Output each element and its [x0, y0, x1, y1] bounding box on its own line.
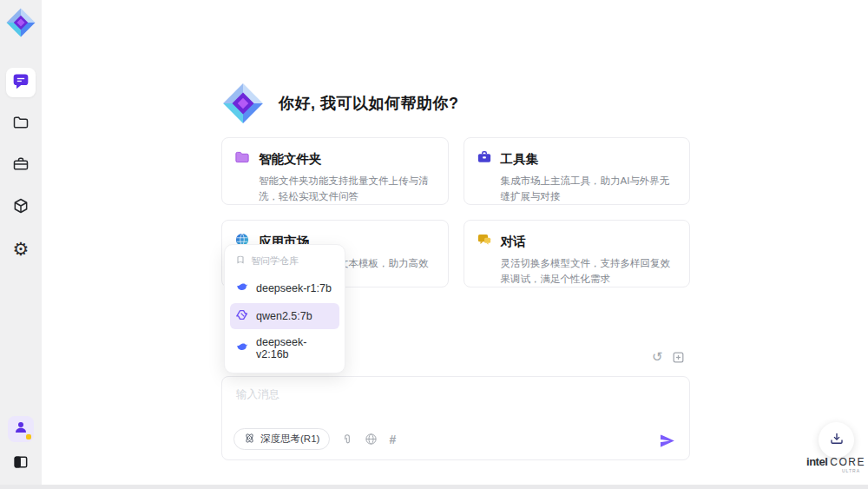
card-desc: 集成市场上主流工具，助力AI与外界无缝扩展与对接	[477, 173, 678, 205]
greeting-text: 你好, 我可以如何帮助你?	[279, 93, 459, 114]
atom-icon	[244, 433, 255, 446]
sidebar: ⚙	[0, 0, 42, 489]
model-option-label: qwen2.5:7b	[256, 310, 312, 322]
collapse-sidebar-button[interactable]	[6, 449, 36, 479]
core-logo-text: core	[830, 456, 865, 468]
model-option-label: deepseek-r1:7b	[256, 282, 332, 294]
chat-icon	[12, 72, 30, 93]
briefcase-blue-icon	[477, 149, 492, 169]
card-title: 智能文件夹	[259, 151, 322, 168]
message-input-placeholder[interactable]: 输入消息	[236, 387, 279, 402]
main-area: 你好, 我可以如何帮助你? 智能文件夹 智能文件夹功能支持批量文件上传与清洗，轻…	[42, 0, 868, 489]
card-toolkit[interactable]: 工具集 集成市场上主流工具，助力AI与外界无缝扩展与对接	[464, 137, 691, 205]
model-option-deepseek-r1[interactable]: deepseek-r1:7b	[230, 275, 339, 301]
card-smart-folder[interactable]: 智能文件夹 智能文件夹功能支持批量文件上传与清洗，轻松实现文件问答	[221, 137, 449, 205]
download-icon	[829, 431, 845, 450]
sidebar-item-toolkit[interactable]	[6, 151, 36, 181]
gear-icon: ⚙	[13, 241, 30, 259]
intel-core-badge: intel core ultra	[808, 455, 864, 473]
model-option-label: deepseek-v2:16b	[256, 336, 333, 360]
intel-sub-text: ultra	[808, 468, 864, 473]
card-title: 对话	[501, 234, 526, 250]
chat-yellow-icon	[477, 232, 492, 251]
web-search-icon[interactable]	[365, 433, 378, 446]
card-desc: 灵活切换多模型文件，支持多样回复效果调试，满足个性化需求	[477, 255, 678, 287]
deep-think-label: 深度思考(R1)	[260, 433, 319, 446]
window-bottom-edge	[0, 485, 868, 489]
chat-row-actions: ↺	[652, 351, 685, 364]
model-dropdown-header: 智问学仓库	[230, 250, 339, 274]
card-desc: 智能文件夹功能支持批量文件上传与清洗，轻松实现文件问答	[234, 173, 436, 205]
panel-icon	[12, 453, 30, 474]
sidebar-item-models[interactable]	[6, 193, 36, 222]
card-title: 工具集	[501, 151, 539, 168]
message-composer[interactable]: 输入消息 深度思考(R1)	[221, 376, 690, 460]
model-option-qwen[interactable]: qwen2.5:7b	[230, 303, 339, 329]
sidebar-item-chat[interactable]	[6, 68, 36, 97]
user-avatar-button[interactable]	[8, 416, 34, 442]
sidebar-item-folders[interactable]	[6, 109, 36, 139]
user-badge	[26, 434, 31, 439]
intel-logo-text: intel	[806, 455, 827, 468]
history-icon[interactable]: ↺	[652, 351, 663, 364]
model-dropdown: 智问学仓库 deepseek-r1:7b qwen2.5:7b	[224, 244, 345, 373]
greeting-header: 你好, 我可以如何帮助你?	[221, 82, 459, 125]
card-chat[interactable]: 对话 灵活切换多模型文件，支持多样回复效果调试，满足个性化需求	[464, 220, 691, 287]
briefcase-icon	[12, 155, 30, 176]
repo-icon	[235, 255, 246, 268]
app-logo	[5, 7, 36, 38]
model-dropdown-header-label: 智问学仓库	[251, 254, 299, 268]
composer-toolbar: 深度思考(R1) #	[233, 428, 396, 450]
attachment-icon[interactable]	[341, 433, 353, 446]
deep-think-toggle[interactable]: 深度思考(R1)	[233, 428, 330, 450]
assistant-logo	[221, 82, 265, 125]
cube-icon	[12, 197, 30, 218]
send-button[interactable]	[659, 433, 675, 449]
new-chat-icon[interactable]	[672, 351, 685, 364]
sidebar-item-settings[interactable]: ⚙	[6, 235, 36, 264]
prompt-library-icon[interactable]: #	[389, 433, 396, 446]
deepseek-icon	[236, 340, 249, 356]
deepseek-icon	[236, 281, 249, 296]
model-option-deepseek-v2[interactable]: deepseek-v2:16b	[230, 331, 339, 366]
folder-purple-icon	[234, 149, 250, 169]
download-button[interactable]	[819, 422, 854, 458]
folder-icon	[12, 114, 30, 135]
qwen-icon	[236, 308, 249, 324]
